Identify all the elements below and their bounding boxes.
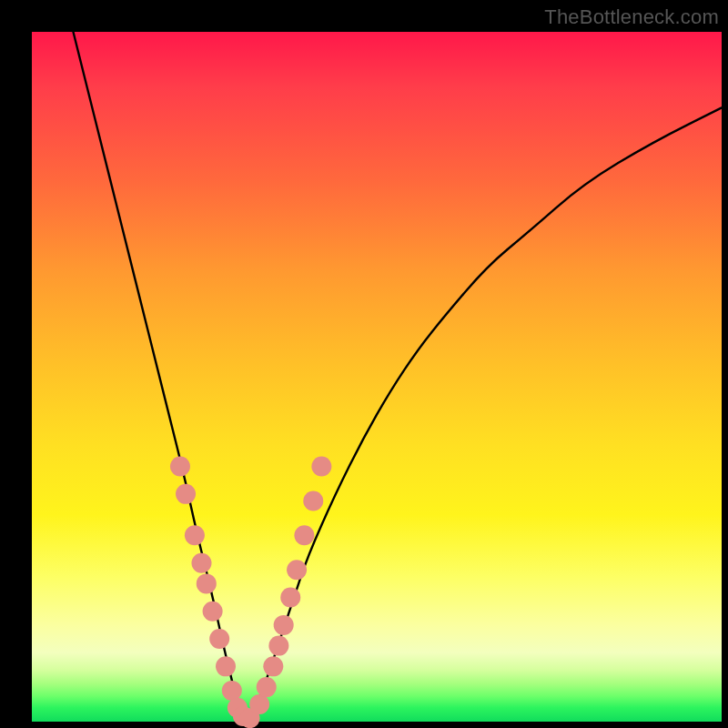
chart-frame: TheBottleneck.com bbox=[0, 0, 728, 728]
highlight-dot bbox=[222, 681, 242, 701]
highlight-dot bbox=[280, 588, 300, 608]
chart-svg bbox=[32, 32, 722, 722]
highlight-dot bbox=[287, 560, 307, 580]
highlight-dot bbox=[203, 602, 223, 622]
highlight-dot bbox=[274, 615, 294, 635]
watermark-text: TheBottleneck.com bbox=[544, 5, 719, 29]
highlight-dot bbox=[197, 573, 217, 593]
highlight-dot bbox=[216, 656, 236, 676]
highlight-dot bbox=[311, 457, 331, 477]
highlight-dot bbox=[294, 525, 314, 545]
highlight-dot bbox=[303, 490, 323, 511]
highlight-dot bbox=[191, 553, 211, 573]
highlight-dot bbox=[257, 677, 277, 697]
highlight-dot bbox=[209, 629, 229, 649]
highlight-dots bbox=[170, 457, 331, 728]
curve-line bbox=[73, 32, 722, 719]
highlight-dot bbox=[170, 457, 190, 477]
highlight-dot bbox=[185, 525, 205, 545]
highlight-dot bbox=[263, 656, 283, 676]
highlight-dot bbox=[268, 636, 288, 656]
highlight-dot bbox=[249, 694, 269, 714]
plot-area bbox=[32, 32, 722, 722]
highlight-dot bbox=[176, 484, 196, 504]
